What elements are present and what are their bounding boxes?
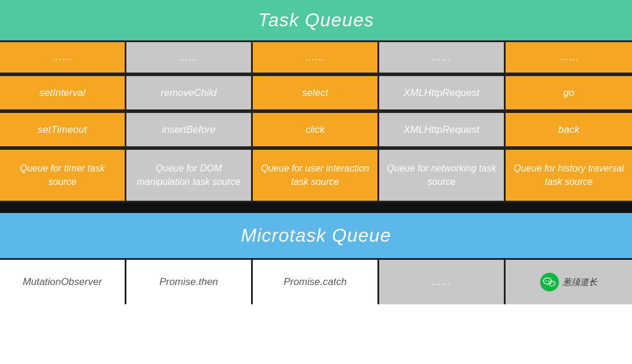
mq-cell-2: Promise.catch bbox=[253, 260, 379, 304]
main-wrapper: Task Queues …… …… …… …… …… setInterval bbox=[0, 0, 632, 364]
tq-label-3: Queue for networking task source bbox=[379, 150, 506, 202]
mq-row: MutationObserver Promise.then Promise.ca… bbox=[0, 258, 632, 304]
svg-point-4 bbox=[550, 283, 551, 284]
mq-cell-3: …… bbox=[379, 260, 506, 304]
tq-r2-1: removeChild bbox=[126, 76, 253, 111]
tq-row-3: setTimeout insertBefore click XMLHttpReq… bbox=[0, 111, 632, 148]
tq-row-labels: Queue for timer task source Queue for DO… bbox=[0, 148, 632, 202]
mq-cell-0: MutationObserver bbox=[0, 260, 126, 304]
tq-label-2: Queue for user interaction task source bbox=[253, 150, 379, 202]
tq-dot-4: …… bbox=[506, 42, 632, 74]
black-divider bbox=[0, 202, 632, 213]
tq-dot-1: …… bbox=[126, 42, 253, 74]
tq-dot-2: …… bbox=[253, 42, 379, 74]
tq-dot-0: …… bbox=[0, 42, 126, 74]
tq-row-2: setInterval removeChild select XMLHttpRe… bbox=[0, 74, 632, 111]
mq-cell-1: Promise.then bbox=[126, 260, 253, 304]
svg-point-5 bbox=[553, 283, 554, 284]
tq-r3-3: XMLHttpRequest bbox=[379, 113, 506, 148]
tq-row-dots: …… …… …… …… …… bbox=[0, 40, 632, 74]
tq-label-1: Queue for DOM manipulation task source bbox=[126, 150, 253, 202]
svg-point-1 bbox=[545, 280, 547, 281]
task-queues-header: Task Queues bbox=[0, 0, 632, 40]
tq-r3-4: back bbox=[506, 113, 632, 148]
tq-r2-2: select bbox=[253, 76, 379, 111]
microtask-header: Microtask Queue bbox=[0, 213, 632, 258]
microtask-section: Microtask Queue MutationObserver Promise… bbox=[0, 213, 632, 364]
tq-r2-0: setInterval bbox=[0, 76, 126, 111]
svg-point-0 bbox=[544, 278, 552, 284]
microtask-title: Microtask Queue bbox=[0, 225, 632, 246]
tq-label-4: Queue for history traversal task source bbox=[506, 150, 632, 202]
task-queues-title: Task Queues bbox=[0, 9, 632, 31]
tq-dot-3: …… bbox=[379, 42, 506, 74]
wechat-label: 葱须道长 bbox=[562, 277, 597, 288]
tq-r3-2: click bbox=[253, 113, 379, 148]
mq-wechat-cell: 葱须道长 bbox=[506, 260, 632, 304]
tq-r2-4: go bbox=[506, 76, 632, 111]
tq-r2-3: XMLHttpRequest bbox=[379, 76, 506, 111]
task-queues-section: Task Queues …… …… …… …… …… setInterval bbox=[0, 0, 632, 202]
tq-r3-0: setTimeout bbox=[0, 113, 126, 148]
tq-r3-1: insertBefore bbox=[126, 113, 253, 148]
wechat-icon bbox=[540, 273, 559, 291]
svg-point-2 bbox=[548, 280, 549, 281]
tq-label-0: Queue for timer task source bbox=[0, 150, 126, 202]
